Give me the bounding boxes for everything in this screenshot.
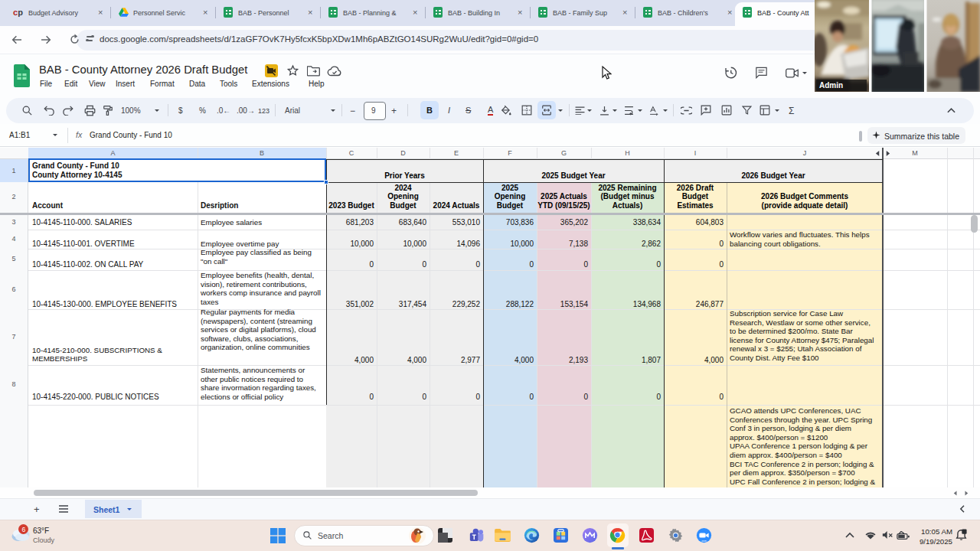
svg-text:zoom: zoom	[701, 540, 706, 543]
